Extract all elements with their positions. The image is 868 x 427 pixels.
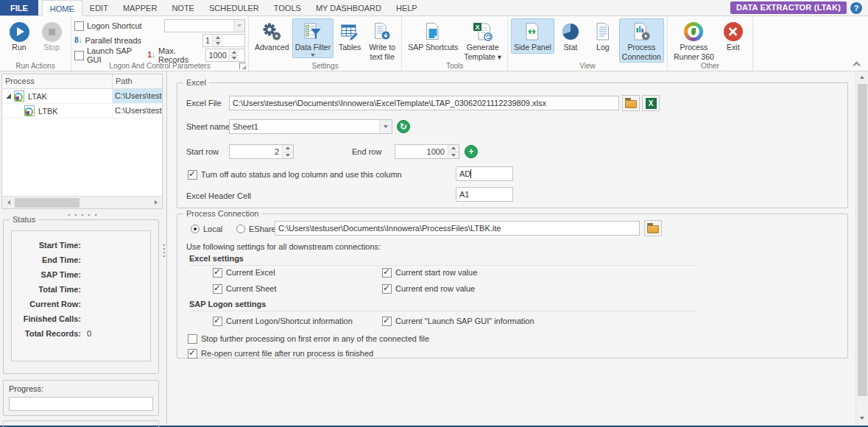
status-fields: Start Time: End Time: SAP Time: Total Ti… (11, 230, 151, 361)
tree-row-ltak[interactable]: LTAK C:\Users\testu (2, 89, 162, 104)
spin-up-icon[interactable] (448, 145, 459, 152)
data-filter-button[interactable]: Data Filter (292, 18, 334, 58)
tab-note[interactable]: NOTE (164, 0, 202, 15)
scrollbar-thumb[interactable] (15, 198, 80, 208)
tree-horizontal-scrollbar[interactable] (2, 196, 162, 208)
spin-down-icon[interactable] (230, 55, 239, 62)
ribbon-group-view: Side Panel Stat Log (508, 16, 668, 71)
generate-template-button[interactable]: X Generate Template ▾ (461, 18, 504, 63)
sheet-name-select[interactable]: Sheet1 (229, 119, 392, 134)
status-column-input[interactable]: AD (456, 166, 513, 181)
header-cell-input[interactable]: A1 (456, 187, 513, 202)
tables-button[interactable]: Tables (334, 18, 366, 54)
refresh-sheets-button[interactable]: ↻ (397, 120, 410, 133)
current-launch-sap-gui-checkbox[interactable] (382, 317, 392, 326)
expander-icon[interactable] (6, 93, 11, 99)
scrollbar-thumb[interactable] (858, 84, 867, 396)
log-button[interactable]: Log (587, 18, 619, 54)
local-radio[interactable] (191, 225, 200, 233)
ribbon: Run Stop Run Actions Logon Shortcut (0, 16, 868, 71)
scroll-up-icon[interactable] (856, 71, 868, 83)
tree-cell-path[interactable]: C:\Users\testu (113, 104, 162, 118)
process-runner-360-button[interactable]: Process Runner 360 (671, 18, 717, 63)
end-row-stepper[interactable]: 1000 (395, 144, 459, 159)
main-vertical-scrollbar[interactable] (855, 71, 868, 424)
help-icon[interactable]: ? (850, 2, 862, 14)
dialog-launcher-icon[interactable] (239, 63, 246, 69)
group-label-logon: Logon And Control Parameters (71, 62, 248, 70)
tab-mapper[interactable]: MAPPER (116, 0, 164, 15)
scroll-left-icon[interactable] (2, 197, 15, 209)
panel-splitter-handle[interactable]: •••• (163, 243, 166, 258)
connection-file-input[interactable]: C:\Users\testuser\Documents\Innowera\Pro… (275, 221, 640, 236)
stat-button[interactable]: Stat (554, 18, 587, 54)
tab-home[interactable]: HOME (42, 0, 82, 16)
spin-down-icon[interactable] (448, 152, 459, 159)
add-rows-button[interactable]: + (465, 145, 478, 158)
chevron-down-icon (233, 20, 244, 32)
max-records-stepper[interactable]: 1000 (205, 49, 245, 62)
spin-down-icon[interactable] (283, 152, 293, 159)
current-end-row-checkbox[interactable] (382, 284, 392, 294)
collapse-ribbon-icon[interactable] (853, 62, 861, 69)
stop-on-error-checkbox[interactable] (188, 334, 197, 344)
dropdown-arrow-icon[interactable] (311, 54, 315, 57)
stop-button[interactable]: Stop (35, 18, 68, 54)
tab-help[interactable]: HELP (389, 0, 425, 15)
exit-button[interactable]: Exit (717, 18, 749, 54)
tab-scheduler[interactable]: SCHEDULER (202, 0, 267, 15)
sap-shortcuts-button[interactable]: SAP Shortcuts (405, 18, 461, 54)
tab-edit[interactable]: EDIT (82, 0, 116, 15)
current-logon-shortcut-checkbox[interactable] (213, 317, 222, 326)
launch-sap-gui-checkbox[interactable] (74, 51, 84, 60)
sap-time-label: SAP Time: (12, 270, 81, 279)
advanced-button[interactable]: Advanced (252, 18, 292, 54)
browse-excel-file-button[interactable] (622, 95, 640, 111)
progress-field (9, 397, 153, 411)
scroll-right-icon[interactable] (149, 197, 162, 209)
eshare-radio[interactable] (236, 225, 245, 233)
spin-down-icon[interactable] (213, 40, 222, 47)
column-header-process[interactable]: Process (2, 74, 113, 88)
browse-connection-file-button[interactable] (644, 220, 662, 236)
status-title: Status (10, 215, 38, 224)
spin-up-icon[interactable] (230, 49, 239, 55)
tree-row-ltbk[interactable]: LTBK C:\Users\testu (2, 104, 162, 119)
run-button[interactable]: Run (3, 18, 35, 54)
excel-template-icon: X (473, 21, 493, 42)
side-panel-icon (523, 21, 542, 42)
scroll-down-icon[interactable] (856, 412, 868, 424)
spin-up-icon[interactable] (283, 145, 293, 152)
auto-status-checkbox[interactable] (188, 170, 197, 180)
tab-my-dashboard[interactable]: MY DASHBOARD (308, 0, 389, 15)
current-sheet-checkbox[interactable] (213, 284, 222, 294)
table-pencil-icon (340, 21, 359, 42)
write-to-text-file-button[interactable]: Write to text file (366, 18, 398, 63)
side-panel-button[interactable]: Side Panel (511, 18, 554, 54)
sap-shortcut-file-icon (423, 21, 442, 42)
end-time-label: End Time: (12, 255, 81, 264)
folder-icon (647, 225, 659, 233)
tree-cell-path[interactable]: C:\Users\testu (113, 89, 162, 103)
tab-file[interactable]: FILE (0, 0, 38, 15)
process-connection-groupbox: Process Connection Local EShare C:\Users… (177, 214, 848, 359)
current-start-row-checkbox[interactable] (382, 268, 392, 278)
excel-groupbox: Excel Excel File C:\Users\testuser\Docum… (177, 82, 848, 208)
process-connection-button[interactable]: Process Connection (619, 18, 664, 63)
exit-icon (724, 22, 743, 41)
reopen-file-checkbox[interactable] (188, 349, 197, 359)
current-excel-checkbox[interactable] (213, 268, 222, 278)
tab-tools[interactable]: TOOLS (267, 0, 308, 15)
column-header-path[interactable]: Path (113, 74, 162, 88)
parallel-threads-stepper[interactable]: 1 (202, 34, 245, 47)
logon-shortcut-select[interactable] (164, 19, 245, 32)
process-tree: Process Path LTAK C:\Users\testu LTBK C:… (1, 74, 163, 209)
logon-shortcut-checkbox[interactable] (74, 21, 84, 31)
spin-up-icon[interactable] (213, 35, 222, 40)
open-in-excel-button[interactable]: X (642, 95, 660, 111)
ribbon-group-other: Process Runner 360 Exit Other (668, 16, 753, 71)
start-row-stepper[interactable]: 2 (229, 144, 294, 159)
chevron-down-icon[interactable] (379, 120, 392, 133)
filter-list-icon (303, 21, 322, 42)
excel-file-input[interactable]: C:\Users\testuser\Documents\Innowera\Exc… (229, 96, 619, 110)
